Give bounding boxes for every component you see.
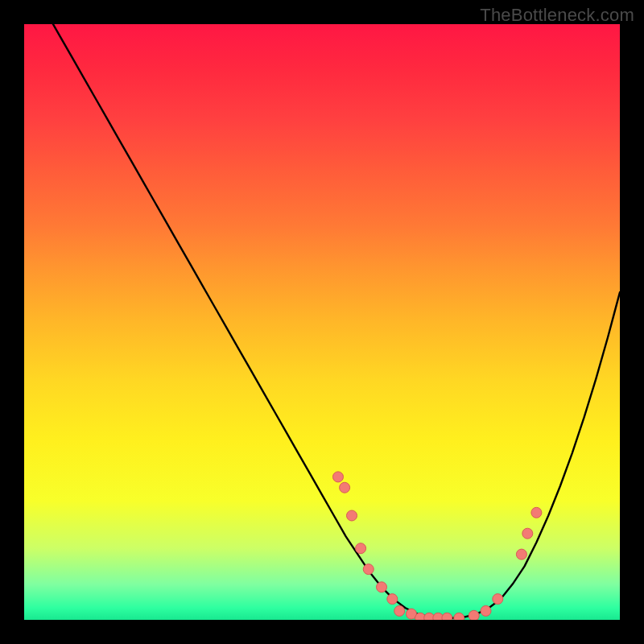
data-dot [356, 543, 366, 554]
data-dot [454, 613, 464, 620]
chart-container: TheBottleneck.com [0, 0, 644, 644]
data-dot [469, 610, 479, 620]
watermark-text: TheBottleneck.com [480, 5, 634, 26]
data-dot [340, 482, 350, 493]
data-dots [332, 472, 541, 620]
data-dot [442, 613, 452, 620]
bottleneck-curve-svg [24, 24, 620, 620]
data-dot [522, 528, 533, 539]
data-dot [516, 549, 526, 559]
data-dot [332, 472, 343, 482]
data-dot [493, 594, 503, 605]
data-dot [387, 594, 398, 605]
plot-area [24, 24, 620, 620]
data-dot [347, 510, 357, 521]
data-dot [531, 507, 542, 518]
data-dot [394, 605, 405, 616]
data-dot [481, 605, 491, 616]
data-dot [377, 582, 387, 592]
data-dot [363, 564, 374, 575]
